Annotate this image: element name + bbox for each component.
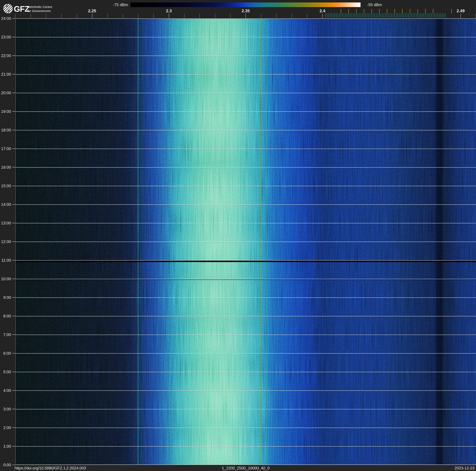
bluetooth-channel-tick [425, 13, 425, 18]
bluetooth-channel-tick [398, 13, 398, 18]
gfz-org-name: Helmholtz Centre for Geosciences [27, 5, 52, 13]
bluetooth-channel-tick [347, 13, 347, 18]
time-label: 8:00 [0, 314, 11, 318]
bluetooth-channel-tick [367, 13, 367, 18]
hour-tick [12, 130, 15, 130]
bluetooth-channel-tick [368, 13, 369, 18]
bluetooth-channel-tick [350, 13, 350, 18]
hour-tick [12, 465, 15, 465]
time-label: 11:00 [0, 258, 11, 263]
bluetooth-channel-tick [356, 13, 357, 18]
freq-tick [153, 14, 154, 18]
bluetooth-channel-tick [336, 13, 336, 18]
bluetooth-channel-tick [330, 13, 330, 18]
bluetooth-channel-tick [338, 13, 338, 18]
time-label: 19:00 [0, 109, 11, 114]
wifi-channel-tick [394, 9, 395, 13]
bluetooth-channel-tick [372, 13, 372, 18]
hour-gridlines [15, 18, 476, 465]
time-label: 5:00 [0, 370, 11, 374]
bluetooth-channel-tick [433, 13, 433, 18]
bluetooth-channel-tick [388, 13, 389, 18]
bluetooth-channel-tick [365, 13, 366, 18]
freq-tick [184, 14, 184, 18]
freq-tick [15, 14, 16, 18]
bluetooth-channel-tick [430, 13, 430, 18]
wifi-channel-tick [402, 9, 403, 13]
freq-tick-major [169, 14, 169, 18]
freq-tick-major [246, 14, 246, 18]
bluetooth-channel-tick [378, 13, 378, 18]
bluetooth-channel-tick [390, 13, 390, 18]
wifi-channel-tick [418, 9, 418, 13]
bluetooth-channel-tick [335, 13, 335, 18]
hour-tick [12, 334, 15, 335]
bluetooth-channel-tick [364, 13, 364, 18]
bluetooth-channel-tick [381, 13, 381, 18]
wifi-channel-tick [356, 9, 357, 13]
wifi-channel-tick [410, 9, 410, 13]
bluetooth-channel-tick [355, 13, 355, 18]
bluetooth-channel-tick [344, 13, 344, 18]
time-label: 14:00 [0, 202, 11, 207]
bluetooth-channel-tick [439, 13, 439, 18]
bluetooth-channel-tick [387, 13, 387, 18]
bluetooth-channel-tick [352, 13, 352, 18]
hour-tick [12, 111, 15, 112]
bluetooth-channel-tick [431, 13, 432, 18]
freq-tick [230, 14, 230, 18]
time-label: 24:00 [0, 16, 11, 21]
hour-tick [12, 186, 15, 186]
bluetooth-channel-tick [353, 13, 353, 18]
freq-tick-label: 2.49 [457, 9, 465, 13]
time-label: 20:00 [0, 91, 11, 95]
bluetooth-channel-tick [376, 13, 376, 18]
bluetooth-channel-tick [333, 13, 333, 18]
bluetooth-channel-tick [327, 13, 327, 18]
spectrogram-plot [15, 18, 476, 465]
hour-tick [12, 428, 15, 428]
time-label: 4:00 [0, 388, 11, 393]
freq-tick [31, 14, 31, 18]
freq-tick-label: 2.3 [166, 9, 172, 13]
bluetooth-channel-tick [362, 13, 362, 18]
wifi-channel-tick [451, 9, 452, 13]
wifi-channel-tick [364, 9, 364, 13]
freq-tick [46, 14, 46, 18]
bluetooth-channel-tick [405, 13, 406, 18]
hour-tick [12, 297, 15, 298]
bluetooth-channel-tick [445, 13, 445, 18]
time-label: 10:00 [0, 276, 11, 281]
hour-tick [12, 37, 15, 37]
bluetooth-channel-tick [361, 13, 361, 18]
bluetooth-channel-tick [391, 13, 392, 18]
wifi-channel-tick [433, 9, 433, 13]
bluetooth-channel-tick [421, 13, 421, 18]
hour-tick [12, 18, 15, 18]
freq-tick [276, 14, 276, 18]
freq-tick-label: 2.25 [88, 9, 96, 13]
freq-tick [123, 14, 123, 18]
freq-tick-label: 2.4 [320, 9, 325, 13]
colorbar-max-label: -55 dBm [367, 2, 382, 7]
bluetooth-channel-tick [411, 13, 412, 18]
hour-tick [12, 204, 15, 205]
time-label: 16:00 [0, 165, 11, 170]
header: GFZ Helmholtz Centre for Geosciences -75… [0, 0, 476, 18]
bluetooth-channel-tick [402, 13, 402, 18]
bluetooth-channel-tick [345, 13, 346, 18]
bluetooth-channel-tick [373, 13, 373, 18]
freq-tick [476, 14, 476, 18]
hour-tick [12, 260, 15, 260]
freq-tick-major [460, 14, 461, 18]
bluetooth-channel-tick [441, 13, 441, 18]
bluetooth-channel-tick [379, 13, 379, 18]
bluetooth-channel-tick [393, 13, 393, 18]
hour-tick [12, 93, 15, 93]
doi-link[interactable]: https://doi.org/10.5880/GFZ.1.2.2024.003 [15, 465, 86, 471]
freq-tick [215, 14, 215, 18]
time-label: 18:00 [0, 128, 11, 132]
wifi-channel-tick [379, 9, 380, 13]
freq-tick-major [92, 14, 92, 18]
time-label: 21:00 [0, 72, 11, 76]
